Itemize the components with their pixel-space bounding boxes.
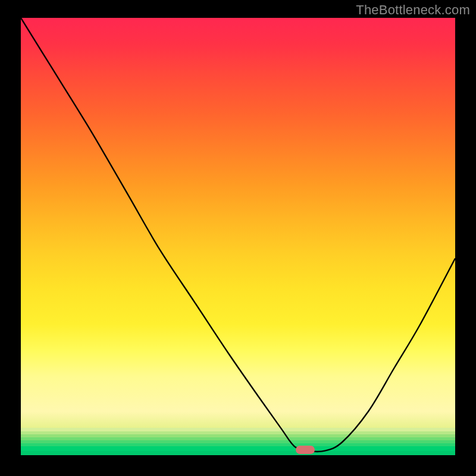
optimum-marker xyxy=(296,446,315,454)
watermark-text: TheBottleneck.com xyxy=(356,2,470,18)
chart-frame: TheBottleneck.com xyxy=(0,0,476,476)
plot-area xyxy=(21,18,455,455)
bottleneck-curve xyxy=(21,18,455,455)
